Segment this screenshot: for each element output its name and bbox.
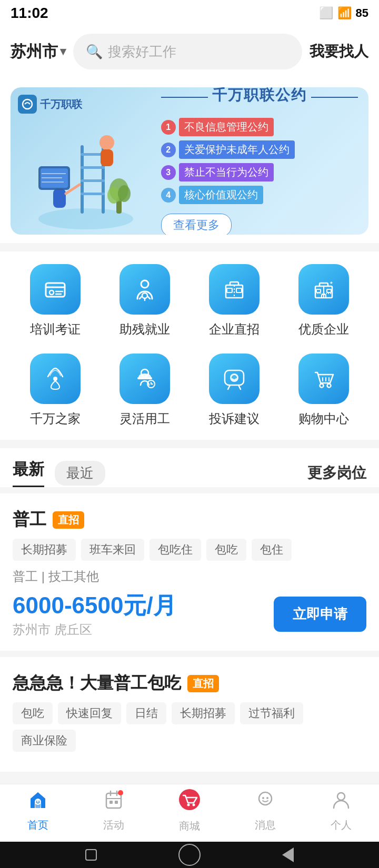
svg-point-51 bbox=[320, 384, 324, 388]
job-tag-2-4: 过节福利 bbox=[240, 702, 303, 724]
nav-message[interactable]: 消息 bbox=[227, 784, 303, 832]
banner[interactable]: 千万职联 bbox=[11, 87, 368, 235]
battery-level: 85 bbox=[356, 6, 368, 20]
profile-nav-icon bbox=[331, 789, 352, 815]
svg-rect-34 bbox=[227, 288, 232, 292]
flex-work-label: 灵活用工 bbox=[119, 410, 170, 427]
svg-point-57 bbox=[35, 799, 41, 805]
quality-enterprise-label: 优质企业 bbox=[298, 321, 349, 338]
job-location-1: 苏州市 虎丘区 bbox=[13, 621, 176, 638]
city-selector[interactable]: 苏州市 ▾ bbox=[11, 41, 66, 63]
job-tag-1-3: 包吃 bbox=[206, 539, 246, 561]
job-salary-1: 6000-6500元/月 bbox=[13, 590, 176, 621]
job-badge-2: 直招 bbox=[187, 675, 219, 692]
svg-rect-6 bbox=[81, 179, 105, 182]
svg-rect-5 bbox=[81, 166, 105, 169]
shopping-label: 购物中心 bbox=[298, 410, 349, 427]
square-icon bbox=[85, 849, 97, 861]
job-title-2: 急急急！大量普工包吃 bbox=[13, 672, 181, 695]
job-tag-1-0: 长期招募 bbox=[13, 539, 76, 561]
banner-item-1: 1 不良信息管理公约 bbox=[161, 118, 358, 136]
job-title-row-2: 急急急！大量普工包吃 直招 bbox=[13, 672, 366, 695]
job-title-1: 普工 bbox=[13, 508, 46, 531]
search-icon: 🔍 bbox=[86, 44, 103, 60]
recent-button[interactable] bbox=[275, 842, 301, 868]
tab-latest[interactable]: 最新 bbox=[13, 459, 44, 487]
nav-home[interactable]: 首页 bbox=[0, 784, 76, 832]
svg-point-28 bbox=[142, 293, 147, 298]
banner-title-area: 千万职联公约 bbox=[161, 87, 358, 109]
svg-point-67 bbox=[187, 803, 190, 806]
svg-rect-35 bbox=[236, 288, 242, 292]
svg-point-59 bbox=[38, 801, 39, 802]
job-tag-1-2: 包吃住 bbox=[149, 539, 201, 561]
job-category-1: 普工 | 技工其他 bbox=[13, 568, 366, 585]
svg-point-58 bbox=[36, 801, 37, 802]
search-bar[interactable]: 🔍 搜索好工作 bbox=[73, 34, 302, 69]
nav-activity[interactable]: 活动 bbox=[76, 784, 152, 832]
circle-icon bbox=[178, 844, 201, 866]
icon-complaint[interactable]: 投诉建议 bbox=[190, 354, 279, 427]
banner-tag-3: 禁止不当行为公约 bbox=[179, 163, 274, 181]
svg-point-68 bbox=[193, 803, 195, 806]
status-time: 11:02 bbox=[11, 5, 48, 22]
icon-shopping[interactable]: 购物中心 bbox=[279, 354, 368, 427]
svg-rect-7 bbox=[81, 193, 105, 195]
assist-employ-icon bbox=[119, 264, 170, 315]
icon-train-cert[interactable]: 培训考证 bbox=[11, 264, 100, 338]
wifi-icon: 📶 bbox=[337, 6, 352, 20]
shop-nav-icon bbox=[178, 788, 201, 816]
search-placeholder: 搜索好工作 bbox=[108, 43, 176, 61]
job-tag-1-4: 包住 bbox=[252, 539, 292, 561]
tab-nearby[interactable]: 最近 bbox=[55, 461, 105, 486]
status-bar: 11:02 ⬜ 📶 85 bbox=[0, 0, 379, 26]
train-cert-icon bbox=[30, 264, 81, 315]
quality-enterprise-icon bbox=[298, 264, 349, 315]
svg-rect-22 bbox=[46, 283, 65, 297]
banner-num-4: 4 bbox=[161, 188, 176, 203]
back-button[interactable] bbox=[78, 842, 104, 868]
city-name: 苏州市 bbox=[11, 41, 58, 63]
battery-icon: ⬜ bbox=[319, 6, 333, 20]
icon-quality-enterprise[interactable]: 优质企业 bbox=[279, 264, 368, 338]
icon-flex-work[interactable]: 灵活用工 bbox=[100, 354, 190, 427]
icon-enterprise-direct[interactable]: 企业直招 bbox=[190, 264, 279, 338]
nav-activity-label: 活动 bbox=[103, 818, 124, 832]
more-jobs-link[interactable]: 更多岗位 bbox=[307, 463, 366, 483]
find-people-button[interactable]: 我要找人 bbox=[310, 42, 368, 62]
job-salary-area-1: 6000-6500元/月 苏州市 虎丘区 bbox=[13, 590, 176, 638]
svg-point-8 bbox=[99, 135, 114, 150]
apply-button-1[interactable]: 立即申请 bbox=[274, 597, 366, 632]
banner-illustration-area bbox=[11, 87, 161, 235]
shopping-icon bbox=[298, 354, 349, 404]
job-title-row-1: 普工 直招 bbox=[13, 508, 366, 531]
chevron-down-icon: ▾ bbox=[60, 45, 66, 58]
svg-point-72 bbox=[337, 793, 345, 800]
banner-tag-4: 核心价值观公约 bbox=[179, 186, 263, 204]
banner-svg bbox=[33, 114, 138, 229]
banner-item-4: 4 核心价值观公约 bbox=[161, 186, 358, 204]
svg-point-27 bbox=[141, 280, 148, 288]
svg-rect-39 bbox=[327, 289, 331, 292]
tabs-section: 最新 最近 更多岗位 bbox=[0, 448, 379, 487]
train-cert-label: 培训考证 bbox=[30, 321, 81, 338]
icon-home[interactable]: 千万之家 bbox=[11, 354, 100, 427]
header: 苏州市 ▾ 🔍 搜索好工作 我要找人 bbox=[0, 26, 379, 79]
flex-work-icon bbox=[119, 354, 170, 404]
job-tag-2-3: 长期招募 bbox=[172, 702, 235, 724]
banner-content: 千万职联公约 1 不良信息管理公约 2 关爱保护未成年人公约 3 禁止不当行为公… bbox=[161, 87, 368, 235]
home-button[interactable] bbox=[176, 842, 203, 868]
svg-rect-38 bbox=[316, 289, 321, 292]
svg-rect-64 bbox=[109, 801, 113, 804]
svg-rect-44 bbox=[137, 377, 152, 379]
banner-more-button[interactable]: 查看更多 bbox=[161, 214, 232, 235]
icon-assist-employ[interactable]: 助残就业 bbox=[100, 264, 190, 338]
svg-rect-9 bbox=[101, 149, 113, 166]
nav-profile[interactable]: 个人 bbox=[303, 784, 379, 832]
svg-line-30 bbox=[139, 297, 142, 299]
home-icon-circle bbox=[30, 354, 81, 404]
enterprise-direct-label: 企业直招 bbox=[209, 321, 260, 338]
nav-profile-label: 个人 bbox=[331, 818, 352, 832]
nav-shop[interactable]: 商城 bbox=[152, 783, 227, 833]
nav-message-label: 消息 bbox=[255, 818, 276, 832]
